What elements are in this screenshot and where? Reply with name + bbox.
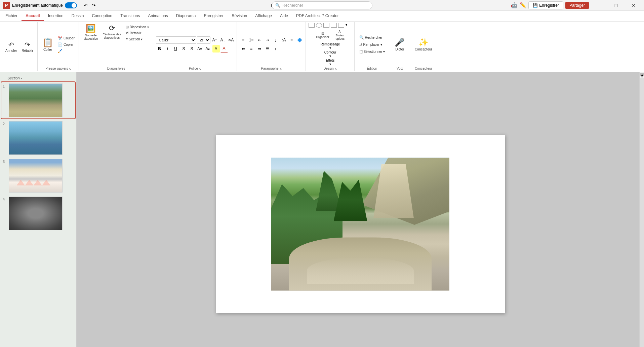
smartart-btn[interactable]: 🔷 bbox=[296, 36, 304, 44]
font-color-btn[interactable]: A bbox=[220, 45, 228, 53]
rechercher-btn[interactable]: 🔍 Rechercher bbox=[357, 35, 385, 40]
organiser-btn[interactable]: ⊡ Organiser bbox=[314, 31, 331, 40]
undo-button[interactable]: ↶ Annuler bbox=[3, 40, 19, 54]
slide-thumb-4 bbox=[9, 197, 63, 230]
shapes-more-btn[interactable]: ▾ bbox=[346, 23, 352, 28]
styles-icon: A bbox=[338, 30, 341, 34]
concepteur-btn[interactable]: ✨ Concepteur bbox=[413, 37, 434, 52]
case-btn[interactable]: Aa bbox=[204, 45, 212, 53]
scroll-thumb[interactable] bbox=[640, 77, 644, 347]
tab-accueil[interactable]: Accueil bbox=[22, 11, 44, 21]
text-direction-btn[interactable]: ↕A bbox=[280, 36, 287, 44]
section-icon: ≡ bbox=[126, 37, 128, 41]
remplissage-btn[interactable]: Remplissage ▾ bbox=[327, 42, 334, 50]
replace-icon: ⇄ bbox=[359, 42, 362, 47]
nouvelle-diapositive-button[interactable]: 🖼️ Nouvellediapositive bbox=[82, 23, 100, 41]
shape-btn[interactable] bbox=[331, 23, 337, 28]
maximize-button[interactable]: □ bbox=[608, 0, 624, 11]
close-button[interactable]: ✕ bbox=[626, 0, 641, 11]
save-button[interactable]: 💾 Enregistrer bbox=[528, 1, 563, 9]
remplacer-btn[interactable]: ⇄ Remplacer ▾ bbox=[357, 42, 384, 47]
align-center-btn[interactable]: ≡ bbox=[248, 45, 255, 53]
share-button[interactable]: Partager bbox=[565, 2, 589, 9]
justify-btn[interactable]: ☰ bbox=[264, 45, 271, 53]
tab-insertion[interactable]: Insertion bbox=[44, 11, 68, 21]
columns-btn[interactable]: ⫿ bbox=[272, 36, 279, 44]
text-align-btn[interactable]: ≡ bbox=[288, 36, 295, 44]
shape-btn[interactable] bbox=[338, 23, 344, 28]
dessin-expand-icon[interactable]: ↘ bbox=[334, 67, 337, 70]
strikethrough-btn[interactable]: S bbox=[180, 45, 188, 53]
contour-btn[interactable]: Contour ▾ bbox=[327, 50, 334, 58]
decrease-font-btn[interactable]: A↓ bbox=[219, 36, 227, 44]
decrease-indent-btn[interactable]: ⇤ bbox=[256, 36, 263, 44]
effets-btn[interactable]: Effets ▾ bbox=[327, 59, 334, 66]
slide-item-3[interactable]: 3 bbox=[1, 158, 75, 194]
tab-dessin[interactable]: Dessin bbox=[68, 11, 88, 21]
reutiliser-button[interactable]: ⟳ Réutiliser desdiapositives bbox=[100, 23, 123, 40]
titlebar: P Enregistrement automatique ↶ ↷ Présent… bbox=[0, 0, 644, 11]
minimize-button[interactable]: — bbox=[591, 0, 606, 11]
expand-icon[interactable]: ↘ bbox=[69, 67, 71, 70]
shape-btn[interactable] bbox=[316, 23, 322, 28]
font-family-select[interactable]: Calibri bbox=[156, 36, 196, 44]
app-logo: P bbox=[3, 2, 10, 9]
underline-btn[interactable]: U bbox=[172, 45, 179, 53]
pencil-icon[interactable]: ✏️ bbox=[520, 2, 526, 8]
undo-icon[interactable]: ↶ bbox=[82, 2, 89, 9]
redo-button[interactable]: ↷ Rétablir bbox=[19, 40, 35, 54]
align-right-btn[interactable]: ➡ bbox=[256, 45, 263, 53]
tab-enregistrer[interactable]: Enregistrer bbox=[200, 11, 228, 21]
tab-transitions[interactable]: Transitions bbox=[116, 11, 144, 21]
copilot-icon[interactable]: 🤖 bbox=[511, 2, 518, 8]
autosave-switch[interactable] bbox=[65, 2, 77, 8]
tab-affichage[interactable]: Affichage bbox=[251, 11, 276, 21]
scroll-up-btn[interactable]: ▲ bbox=[640, 73, 644, 76]
styles-rapides-btn[interactable]: A Stylesrapides bbox=[333, 29, 347, 41]
couper-button[interactable]: ✂️ Couper bbox=[56, 35, 77, 41]
reproduire-button[interactable]: 🖌️ bbox=[56, 48, 77, 54]
highlight-btn[interactable]: A bbox=[212, 45, 220, 53]
number-list-btn[interactable]: 1≡ bbox=[248, 36, 255, 44]
increase-indent-btn[interactable]: ⇥ bbox=[264, 36, 271, 44]
clear-format-btn[interactable]: ✕A bbox=[227, 36, 235, 44]
search-bar[interactable]: 🔍 Rechercher bbox=[272, 1, 372, 9]
autosave-toggle[interactable]: Enregistrement automatique bbox=[12, 2, 77, 8]
tab-diaporama[interactable]: Diaporama bbox=[172, 11, 200, 21]
bullet-list-btn[interactable]: ≡ bbox=[240, 36, 247, 44]
edition-label: Édition bbox=[367, 66, 377, 70]
selectionner-btn[interactable]: ⬚ Sélectionner ▾ bbox=[357, 49, 387, 55]
align-left-btn[interactable]: ⬅ bbox=[240, 45, 247, 53]
slide-item-1[interactable]: 1 bbox=[1, 82, 75, 118]
tab-fichier[interactable]: Fichier bbox=[1, 11, 22, 21]
bold-btn[interactable]: B bbox=[156, 45, 163, 53]
dicter-btn[interactable]: 🎤 Dicter bbox=[393, 37, 407, 52]
increase-font-btn[interactable]: A↑ bbox=[211, 36, 218, 44]
retablir-button[interactable]: ↺ Rétablir bbox=[124, 30, 151, 36]
ribbon-group-police: Calibri 28 A↑ A↓ ✕A B I U S S AV Aa bbox=[154, 22, 237, 71]
coller-button[interactable]: 📋 Coller bbox=[40, 36, 55, 53]
tab-aide[interactable]: Aide bbox=[276, 11, 292, 21]
paragraphe-expand-icon[interactable]: ↘ bbox=[279, 67, 282, 70]
shape-btn[interactable] bbox=[323, 23, 329, 28]
shadow-btn[interactable]: S bbox=[188, 45, 196, 53]
italic-btn[interactable]: I bbox=[164, 45, 171, 53]
tab-animations[interactable]: Animations bbox=[144, 11, 172, 21]
copier-button[interactable]: 📄 Copier bbox=[56, 42, 77, 47]
tab-pdf[interactable]: PDF Architect 7 Creator bbox=[292, 11, 343, 21]
slide-item-2[interactable]: 2 bbox=[1, 120, 75, 156]
slide-item-4[interactable]: 4 bbox=[1, 195, 75, 232]
line-spacing-btn[interactable]: ↕ bbox=[272, 45, 279, 53]
redo-icon[interactable]: ↷ bbox=[90, 2, 97, 9]
vertical-scrollbar[interactable]: ▲ ▼ bbox=[639, 72, 644, 347]
shape-btn[interactable] bbox=[309, 23, 315, 28]
organiser-icon: ⊡ bbox=[321, 32, 324, 35]
section-button[interactable]: ≡ Section ▾ bbox=[124, 36, 151, 42]
font-size-select[interactable]: 28 bbox=[197, 36, 210, 44]
spacing-btn[interactable]: AV bbox=[196, 45, 204, 53]
tab-revision[interactable]: Révision bbox=[228, 11, 251, 21]
police-expand-icon[interactable]: ↘ bbox=[199, 67, 201, 70]
disposition-button[interactable]: ⊞ Disposition ▾ bbox=[124, 24, 151, 30]
tab-conception[interactable]: Conception bbox=[88, 11, 116, 21]
search-icon: 🔍 bbox=[275, 3, 280, 8]
